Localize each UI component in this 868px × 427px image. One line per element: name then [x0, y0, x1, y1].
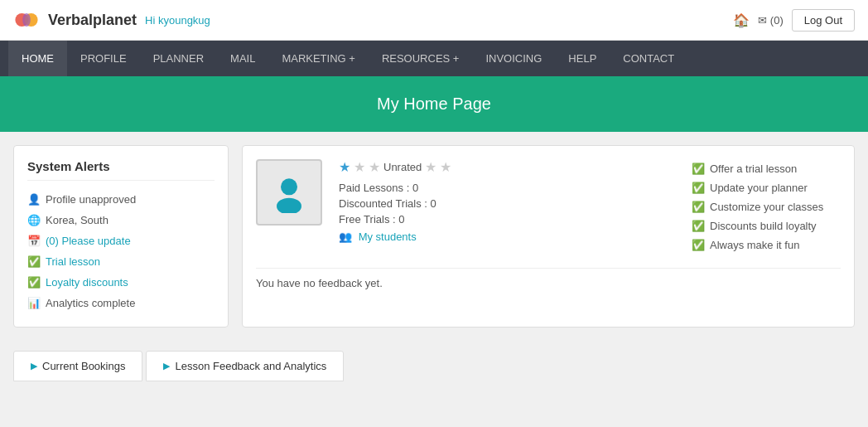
- students-icon: 👥: [339, 230, 352, 243]
- loyalty-discounts-link[interactable]: Loyalty discounts: [46, 276, 128, 289]
- check-icon-tip1: ✅: [692, 163, 705, 175]
- check-icon-tip2: ✅: [692, 182, 705, 194]
- please-update-link[interactable]: (0) Please update: [46, 235, 131, 247]
- star-1: ★: [339, 159, 350, 175]
- alert-please-update: 📅 (0) Please update: [27, 230, 215, 251]
- left-panel: System Alerts 👤 Profile unapproved 🌐 Kor…: [13, 145, 229, 328]
- feedback-section: You have no feedback yet.: [256, 268, 841, 289]
- top-bar: Verbalplanet Hi kyoungkug 🏠 ✉ (0) Log Ou…: [0, 0, 868, 41]
- logo: [13, 7, 40, 33]
- greeting-text: Hi kyoungkug: [145, 14, 210, 27]
- mail-icon-btn[interactable]: ✉ (0): [758, 14, 784, 27]
- hero-banner: My Home Page: [0, 76, 868, 132]
- alert-analytics-text: Analytics complete: [46, 297, 135, 309]
- nav-item-mail[interactable]: MAIL: [217, 41, 268, 76]
- feedback-text: You have no feedback yet.: [256, 277, 383, 289]
- tip-1: ✅ Offer a trial lesson: [692, 159, 841, 178]
- calendar-icon: 📅: [27, 235, 41, 247]
- svg-point-4: [277, 198, 301, 213]
- nav-bar: HOME PROFILE PLANNER MAIL MARKETING + RE…: [0, 41, 868, 76]
- globe-icon: 🌐: [27, 214, 41, 226]
- alert-analytics: 📊 Analytics complete: [27, 293, 215, 313]
- students-link[interactable]: My students: [359, 230, 417, 243]
- alert-trial-lesson: ✅ Trial lesson: [27, 251, 215, 272]
- alerts-heading: System Alerts: [27, 159, 215, 181]
- nav-item-marketing[interactable]: MARKETING +: [268, 41, 369, 76]
- tab-arrow-2: ▶: [163, 361, 170, 371]
- tip-text-2: Update your planner: [710, 182, 808, 194]
- avatar: [256, 159, 322, 226]
- discounted-trials: Discounted Trials : 0: [339, 196, 675, 211]
- bottom-tabs: ▶ Current Bookings ▶ Lesson Feedback and…: [0, 341, 868, 381]
- free-trials: Free Trials : 0: [339, 211, 675, 227]
- tab-arrow-1: ▶: [31, 361, 37, 371]
- top-bar-right: 🏠 ✉ (0) Log Out: [733, 9, 855, 32]
- nav-item-home[interactable]: HOME: [8, 41, 67, 76]
- top-bar-left: Verbalplanet Hi kyoungkug: [13, 7, 210, 33]
- home-icon[interactable]: 🏠: [733, 12, 750, 28]
- tip-4: ✅ Discounts build loyalty: [692, 216, 841, 235]
- tab-current-bookings[interactable]: ▶ Current Bookings: [13, 351, 142, 381]
- nav-item-profile[interactable]: PROFILE: [67, 41, 140, 76]
- check-icon-trial: ✅: [27, 255, 41, 268]
- logo-icon: [13, 7, 40, 33]
- tip-2: ✅ Update your planner: [692, 178, 841, 197]
- alert-korea-text: Korea, South: [46, 214, 108, 226]
- user-icon: 👤: [27, 193, 41, 206]
- tip-5: ✅ Always make it fun: [692, 235, 841, 255]
- nav-item-help[interactable]: HELP: [555, 41, 610, 76]
- nav-item-contact[interactable]: CONTACT: [610, 41, 687, 76]
- tips-column: ✅ Offer a trial lesson ✅ Update your pla…: [692, 159, 841, 255]
- tip-text-5: Always make it fun: [710, 239, 799, 251]
- check-icon-tip4: ✅: [692, 220, 705, 232]
- logo-text: Verbalplanet: [48, 12, 137, 29]
- trial-lesson-link[interactable]: Trial lesson: [46, 255, 100, 268]
- check-icon-tip3: ✅: [692, 201, 705, 213]
- stars-row: ★ ★ ★ Unrated ★ ★: [339, 159, 675, 175]
- main-content: System Alerts 👤 Profile unapproved 🌐 Kor…: [0, 132, 868, 341]
- svg-point-3: [281, 178, 297, 195]
- star-3: ★: [369, 159, 380, 175]
- star-4: ★: [425, 159, 436, 175]
- nav-item-invoicing[interactable]: INVOICING: [472, 41, 555, 76]
- tab-lesson-feedback[interactable]: ▶ Lesson Feedback and Analytics: [146, 351, 344, 381]
- tip-text-1: Offer a trial lesson: [710, 163, 797, 175]
- nav-item-resources[interactable]: RESOURCES +: [369, 41, 473, 76]
- hero-title: My Home Page: [377, 95, 491, 113]
- tab-label-current-bookings: Current Bookings: [42, 360, 125, 372]
- nav-item-planner[interactable]: PLANNER: [140, 41, 217, 76]
- check-icon-tip5: ✅: [692, 239, 705, 251]
- avatar-svg: [268, 172, 310, 213]
- rating-text: Unrated: [383, 161, 422, 173]
- check-icon-loyalty: ✅: [27, 276, 41, 289]
- profile-section: ★ ★ ★ Unrated ★ ★ Paid Lessons : 0 Disco…: [256, 159, 841, 255]
- chart-icon: 📊: [27, 297, 41, 309]
- alert-korea: 🌐 Korea, South: [27, 210, 215, 230]
- mail-count: (0): [770, 14, 784, 27]
- tip-text-4: Discounts build loyalty: [710, 220, 817, 232]
- svg-point-2: [22, 13, 31, 27]
- tip-text-3: Customize your classes: [710, 201, 823, 213]
- alert-profile-text: Profile unapproved: [46, 193, 136, 206]
- star-5: ★: [440, 159, 451, 175]
- tip-3: ✅ Customize your classes: [692, 197, 841, 216]
- star-2: ★: [354, 159, 365, 175]
- alert-profile-unapproved: 👤 Profile unapproved: [27, 189, 215, 210]
- logout-button[interactable]: Log Out: [792, 9, 855, 32]
- paid-lessons: Paid Lessons : 0: [339, 180, 675, 196]
- alert-loyalty-discounts: ✅ Loyalty discounts: [27, 272, 215, 293]
- right-panel: ★ ★ ★ Unrated ★ ★ Paid Lessons : 0 Disco…: [242, 145, 855, 328]
- students-row: 👥 My students: [339, 227, 675, 246]
- tab-label-lesson-feedback: Lesson Feedback and Analytics: [175, 360, 326, 372]
- profile-stats: ★ ★ ★ Unrated ★ ★ Paid Lessons : 0 Disco…: [339, 159, 675, 255]
